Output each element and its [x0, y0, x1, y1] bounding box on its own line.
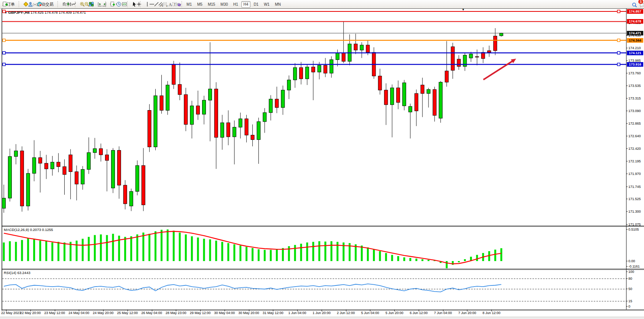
autotrade-button[interactable]: 自动交易: [35, 0, 56, 8]
macd-histogram-bar: [191, 236, 193, 261]
price-badge-174.678: 174.678: [627, 19, 643, 24]
macd-histogram-bar: [3, 242, 5, 261]
new-object-button[interactable]: ▾: [108, 0, 113, 8]
line-anchor: [617, 63, 620, 66]
macd-histogram-bar: [51, 242, 53, 261]
candle-body: [408, 106, 412, 112]
chat-button[interactable]: 1: [638, 1, 641, 9]
rsi-axis-label: 100: [628, 270, 634, 274]
macd-histogram-bar: [409, 258, 411, 261]
macd-histogram-bar: [385, 253, 387, 261]
candle-body: [488, 51, 491, 52]
price-tick-label: 172.420: [628, 147, 641, 151]
candle-body: [26, 173, 30, 206]
macd-histogram-bar: [476, 255, 478, 261]
macd-histogram-bar: [373, 249, 375, 261]
candle-body: [172, 64, 175, 84]
candle-body: [324, 65, 327, 73]
chart-shift-marker[interactable]: ▼: [462, 8, 465, 11]
timeframe-w1[interactable]: W1: [261, 1, 272, 8]
pane-splitter-rsi[interactable]: [2, 269, 644, 269]
rsi-pane: [2, 269, 626, 309]
candle-body: [366, 45, 370, 52]
timeframe-d1[interactable]: D1: [251, 1, 261, 8]
macd-histogram-bar: [39, 240, 41, 261]
time-axis-label: 24 May 20:00: [93, 311, 114, 315]
clock-icon: [116, 2, 121, 7]
macd-histogram-bar: [124, 237, 126, 261]
time-axis-label: 24 May 04:00: [69, 311, 89, 315]
chart-shift-button[interactable]: [95, 0, 99, 8]
rsi-tick-mark: [626, 279, 628, 279]
macd-histogram-bar: [294, 245, 296, 261]
timeframe-m1[interactable]: M1: [184, 1, 194, 8]
rsi-tick-mark: [626, 272, 628, 272]
macd-histogram-bar: [245, 247, 247, 261]
pane-splitter-macd[interactable]: [2, 226, 644, 226]
time-axis-label: 7 Jun 04:00: [434, 311, 452, 315]
candle-body: [433, 90, 436, 115]
price-tick-mark: [626, 73, 628, 74]
timeframe-h4[interactable]: H4: [241, 1, 251, 8]
chart-title[interactable]: ▼ GBPJPY-,H4 174.425 174.478 174.409 174…: [5, 10, 86, 14]
candle-body: [166, 85, 169, 110]
candle-body: [397, 88, 400, 102]
candle-body: [251, 135, 254, 139]
zoom-in-button[interactable]: [78, 0, 81, 8]
candle-body: [184, 95, 188, 124]
candle-body: [202, 100, 206, 114]
macd-histogram-bar: [300, 244, 302, 261]
candle-body: [317, 65, 321, 72]
macd-histogram-bar: [106, 235, 108, 261]
svg-text:A: A: [169, 2, 172, 7]
price-tick-label: 174.210: [628, 46, 641, 50]
macd-indicator-label: MACD(12,26,9) 0.2073 0.1255: [4, 228, 53, 232]
candle-body: [214, 89, 218, 137]
macd-histogram-bar: [403, 257, 405, 261]
candle-body: [160, 96, 163, 110]
time-axis-label: 7 Jun 20:00: [458, 311, 476, 315]
time-axis-label: 5 Jun 20:00: [386, 311, 403, 315]
candle-body: [190, 106, 194, 125]
price-tick-label: 172.195: [628, 159, 641, 163]
candle-body: [226, 123, 230, 137]
candle-body: [196, 106, 200, 114]
ohlc-readout: 174.425 174.478 174.409 174.471: [30, 10, 86, 14]
cursor-button[interactable]: [130, 0, 134, 8]
candle-body: [451, 47, 454, 71]
candle-body: [148, 111, 151, 147]
price-tick-mark: [626, 98, 628, 98]
time-axis-label: 1 Jun 04:00: [289, 311, 306, 315]
candle-body: [439, 82, 442, 119]
macd-histogram-bar: [312, 242, 314, 261]
candle-body: [391, 88, 394, 104]
price-badge-173.916: 173.916: [627, 62, 643, 67]
timeframe-mn[interactable]: MN: [273, 1, 283, 8]
search-button[interactable]: [630, 1, 634, 9]
price-tick-label: 173.090: [628, 109, 641, 113]
window-collapse-icon[interactable]: ▼: [5, 11, 7, 14]
new-order-button[interactable]: 新订单: [0, 0, 17, 8]
line-anchor: [617, 10, 620, 13]
macd-histogram-bar: [215, 240, 217, 261]
candle-body: [336, 53, 339, 60]
price-tick-label: 171.745: [628, 185, 641, 189]
timeframe-m15[interactable]: M15: [206, 1, 217, 8]
timeframe-m30[interactable]: M30: [218, 1, 230, 8]
timeframe-h1[interactable]: H1: [231, 1, 241, 8]
candle-body: [275, 99, 279, 107]
timeframe-m5[interactable]: M5: [195, 1, 205, 8]
candle-body: [69, 155, 72, 172]
macd-histogram-bar: [197, 237, 199, 261]
vline-button[interactable]: [143, 0, 147, 8]
macd-histogram-bar: [427, 260, 429, 261]
rsi-name: RSI(14): [4, 271, 16, 275]
paint-button[interactable]: [21, 0, 25, 8]
candle-body: [342, 53, 345, 61]
price-tick-mark: [626, 60, 628, 61]
price-tick-mark: [626, 199, 628, 199]
time-axis-label: 5 Jun 04:00: [361, 311, 379, 315]
bar-chart-button[interactable]: [60, 0, 64, 8]
candle-body: [233, 127, 236, 137]
main-toolbar: 新订单自动交易▾▾▾EFAT▾M1M5M15M30H1H4D1W1MN1: [0, 0, 644, 9]
